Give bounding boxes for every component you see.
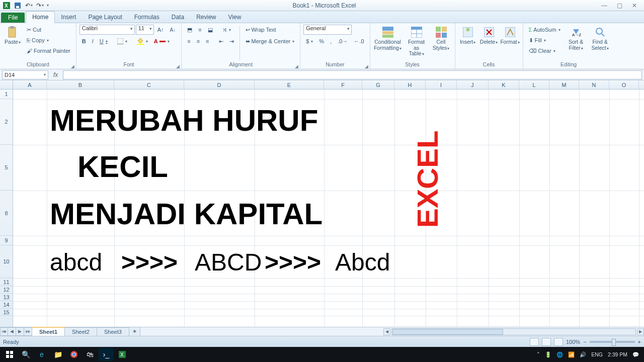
tray-lang[interactable]: ENG xyxy=(591,351,603,357)
orientation-button[interactable]: ⤭▾ xyxy=(220,25,233,35)
maximize-button[interactable]: ▢ xyxy=(615,2,624,9)
column-header-A[interactable]: A xyxy=(13,80,47,89)
fx-icon[interactable]: fx xyxy=(50,71,61,78)
decrease-font-button[interactable]: A↓ xyxy=(168,25,179,35)
row-header-13[interactable]: 13 xyxy=(0,294,13,301)
hscroll-left[interactable]: ◀ xyxy=(383,328,390,335)
increase-decimal-button[interactable]: .0→ xyxy=(335,36,350,46)
column-header-C[interactable]: C xyxy=(114,80,184,89)
column-header-D[interactable]: D xyxy=(184,80,255,89)
decrease-decimal-button[interactable]: ←.0 xyxy=(351,36,366,46)
decrease-indent-button[interactable]: ⇤ xyxy=(216,36,226,46)
tray-clock[interactable]: 2:39 PM xyxy=(608,351,627,357)
tray-battery-icon[interactable]: 🔋 xyxy=(545,351,551,358)
bold-button[interactable]: B xyxy=(79,36,89,46)
row-header-5[interactable]: 5 xyxy=(0,145,13,191)
italic-button[interactable]: I xyxy=(90,36,96,46)
fill-color-button[interactable]: ▾ xyxy=(134,36,150,46)
comma-button[interactable]: , xyxy=(328,36,334,46)
zoom-out-button[interactable]: − xyxy=(583,339,586,345)
save-icon[interactable] xyxy=(13,1,22,10)
percent-button[interactable]: % xyxy=(316,36,327,46)
tray-notifications-icon[interactable]: 💬 xyxy=(632,351,639,358)
tray-up-icon[interactable]: ˄ xyxy=(537,351,540,357)
align-center-button[interactable]: ≡ xyxy=(194,36,202,46)
tray-network-icon[interactable]: 🌐 xyxy=(556,351,563,358)
tray-wifi-icon[interactable]: 📶 xyxy=(568,351,575,358)
font-color-button[interactable]: A▾ xyxy=(151,36,172,46)
powershell-icon[interactable]: ›_ xyxy=(99,348,114,361)
conditional-formatting-button[interactable]: Conditional Formatting▾ xyxy=(373,25,403,61)
cells-area[interactable]: MERUBAH HURUF KECIL MENJADI KAPITAL EXCE… xyxy=(13,89,644,327)
column-header-K[interactable]: K xyxy=(489,80,519,89)
close-button[interactable]: ✕ xyxy=(630,2,639,9)
tab-view[interactable]: View xyxy=(222,12,248,23)
tab-data[interactable]: Data xyxy=(166,12,190,23)
increase-font-button[interactable]: A↑ xyxy=(155,25,167,35)
fill-button[interactable]: ⬇Fill▾ xyxy=(526,35,563,45)
excel-icon[interactable]: X xyxy=(2,1,11,10)
tab-review[interactable]: Review xyxy=(190,12,222,23)
view-layout-button[interactable] xyxy=(542,338,551,346)
column-header-F[interactable]: F xyxy=(324,80,362,89)
format-table-button[interactable]: Format as Table▾ xyxy=(405,25,429,61)
column-header-N[interactable]: N xyxy=(579,80,609,89)
align-middle-button[interactable]: ≡ xyxy=(196,25,204,35)
align-top-button[interactable]: ⬒ xyxy=(185,25,195,35)
border-button[interactable]: ▾ xyxy=(115,36,130,46)
row-header-12[interactable]: 12 xyxy=(0,286,13,294)
column-header-B[interactable]: B xyxy=(47,80,114,89)
search-icon[interactable]: 🔍 xyxy=(18,348,33,361)
column-header-L[interactable]: L xyxy=(519,80,549,89)
column-header-J[interactable]: J xyxy=(457,80,489,89)
row-header-1[interactable]: 1 xyxy=(0,89,13,99)
copy-button[interactable]: ⎘Copy▾ xyxy=(24,35,73,45)
sheet-tab-1[interactable]: Sheet1 xyxy=(32,327,65,336)
sort-filter-button[interactable]: A→ZSort & Filter▾ xyxy=(565,25,587,61)
row-header-10[interactable]: 10 xyxy=(0,245,13,278)
paste-button[interactable]: Paste▾ xyxy=(3,25,22,61)
alignment-launcher-icon[interactable]: ◢ xyxy=(295,64,298,69)
sheet-nav-prev[interactable]: ◀ xyxy=(8,327,16,336)
align-left-button[interactable]: ≡ xyxy=(185,36,193,46)
hscroll-track[interactable] xyxy=(391,328,636,335)
column-header-I[interactable]: I xyxy=(426,80,457,89)
font-name-combo[interactable]: Calibri xyxy=(79,25,135,35)
tab-home[interactable]: Home xyxy=(26,11,55,23)
store-icon[interactable]: 🛍 xyxy=(83,348,98,361)
tab-insert[interactable]: Insert xyxy=(55,12,82,23)
undo-icon[interactable]: ↶▾ xyxy=(24,1,33,10)
row-header-11[interactable]: 11 xyxy=(0,278,13,286)
tab-page-layout[interactable]: Page Layout xyxy=(82,12,128,23)
column-header-G[interactable]: G xyxy=(362,80,394,89)
wrap-text-button[interactable]: ↩Wrap Text xyxy=(243,25,297,35)
file-tab[interactable]: File xyxy=(1,13,25,23)
zoom-in-button[interactable]: + xyxy=(638,339,641,345)
edge-icon[interactable]: e xyxy=(34,348,49,361)
insert-cells-button[interactable]: Insert▾ xyxy=(458,25,477,61)
clipboard-launcher-icon[interactable]: ◢ xyxy=(71,64,74,69)
excel-task-icon[interactable]: X xyxy=(115,348,130,361)
column-header-E[interactable]: E xyxy=(255,80,324,89)
sheet-tab-2[interactable]: Sheet2 xyxy=(64,327,97,336)
format-cells-button[interactable]: Format▾ xyxy=(501,25,520,61)
accounting-button[interactable]: $▾ xyxy=(303,36,315,46)
hscroll-right[interactable]: ▶ xyxy=(637,328,644,335)
underline-button[interactable]: U▾ xyxy=(97,36,110,46)
format-painter-button[interactable]: 🖌Format Painter xyxy=(24,46,73,56)
delete-cells-button[interactable]: Delete▾ xyxy=(479,25,499,61)
row-header-8[interactable]: 8 xyxy=(0,191,13,236)
name-box[interactable]: D14▾ xyxy=(2,70,48,79)
row-header-9[interactable]: 9 xyxy=(0,236,13,245)
view-break-button[interactable] xyxy=(554,338,563,346)
view-normal-button[interactable] xyxy=(530,338,539,346)
cell-styles-button[interactable]: Cell Styles▾ xyxy=(431,25,452,61)
row-header-14[interactable]: 14 xyxy=(0,301,13,309)
merge-center-button[interactable]: ⬌Merge & Center▾ xyxy=(243,36,297,46)
row-header-15[interactable]: 15 xyxy=(0,309,13,316)
chrome-icon[interactable] xyxy=(66,348,82,361)
explorer-icon[interactable]: 📁 xyxy=(50,348,65,361)
column-header-H[interactable]: H xyxy=(394,80,426,89)
align-right-button[interactable]: ≡ xyxy=(203,36,211,46)
autosum-button[interactable]: ΣAutoSum▾ xyxy=(526,25,563,35)
